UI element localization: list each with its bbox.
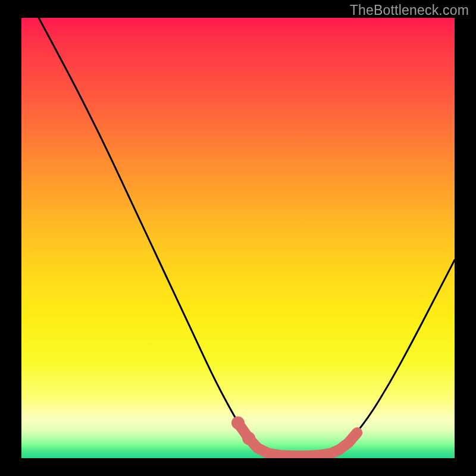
bottleneck-curve xyxy=(39,18,455,456)
marker-dot xyxy=(242,432,255,445)
marker-path xyxy=(238,423,357,456)
chart-frame xyxy=(21,18,455,458)
marker-dot xyxy=(231,416,245,430)
curve-svg xyxy=(21,18,455,458)
watermark-text: TheBottleneck.com xyxy=(350,2,469,18)
curve-markers xyxy=(231,416,357,456)
plot-area xyxy=(21,18,455,458)
